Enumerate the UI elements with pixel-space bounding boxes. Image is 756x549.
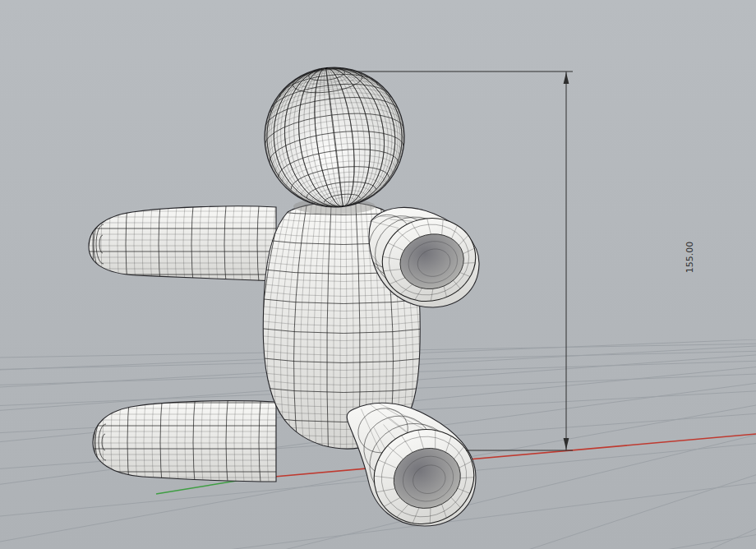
dimension-label[interactable]: 155.00 bbox=[685, 242, 695, 274]
left-leg-surface bbox=[93, 401, 276, 482]
scene-canvas[interactable]: 155.00 bbox=[0, 0, 756, 549]
left-arm-surface bbox=[89, 206, 276, 281]
viewport[interactable]: 155.00 bbox=[0, 0, 756, 549]
